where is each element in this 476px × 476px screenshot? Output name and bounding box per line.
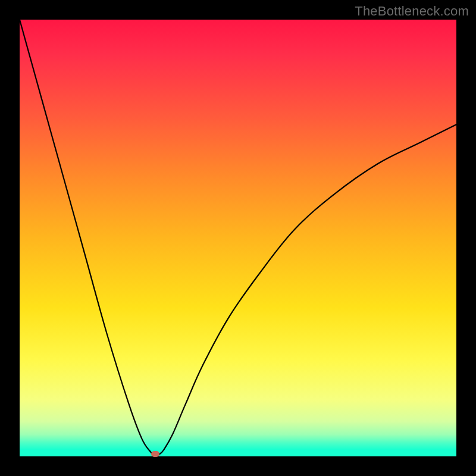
chart-frame: TheBottleneck.com xyxy=(0,0,476,476)
bottleneck-curve xyxy=(20,20,456,456)
watermark-text: TheBottleneck.com xyxy=(355,4,469,19)
chart-plot-area xyxy=(20,20,456,456)
optimal-point-marker xyxy=(151,451,159,457)
